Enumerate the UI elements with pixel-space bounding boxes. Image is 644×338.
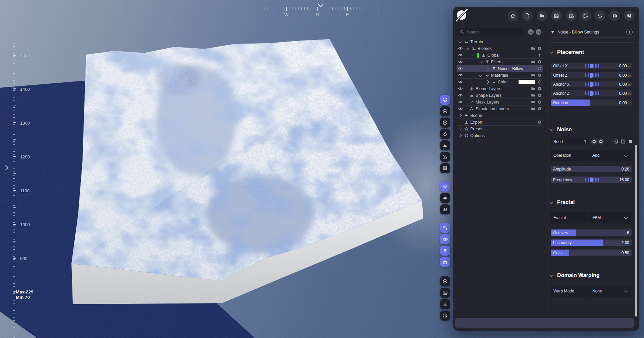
grid-toggle-button[interactable] [440, 163, 450, 173]
tree-row-options[interactable]: Options [457, 132, 543, 139]
layers-button[interactable] [440, 257, 450, 267]
octaves-slider[interactable]: Octaves 6 [551, 229, 632, 236]
section-noise[interactable]: Noise [550, 127, 572, 133]
tree-row-scene[interactable]: Scene [457, 112, 543, 119]
search-prev-button[interactable] [528, 29, 534, 35]
eye-icon[interactable] [458, 100, 463, 104]
plus-icon[interactable] [537, 46, 542, 51]
section-placement[interactable]: Placement [550, 49, 584, 55]
operation-dropdown[interactable]: Add [589, 150, 631, 161]
open-project-button[interactable] [537, 10, 547, 21]
offset-z-slider[interactable]: Offset Z 0.00 m [551, 72, 632, 78]
chevron-down-icon[interactable] [479, 59, 482, 63]
amplitude-slider[interactable]: Amplitude 0.20 [551, 166, 632, 172]
mountain-tool-button[interactable] [440, 140, 450, 150]
search-next-button[interactable] [536, 29, 541, 35]
eye-icon[interactable] [458, 107, 463, 111]
plus-icon[interactable] [537, 93, 542, 97]
snapshot-gallery-button[interactable] [440, 288, 450, 298]
settings-scrollbar[interactable] [635, 145, 637, 317]
search-input[interactable] [466, 29, 518, 35]
globe-view-button[interactable] [440, 106, 450, 116]
erosion-button[interactable] [440, 129, 450, 139]
tree-row-presets[interactable]: Presets [457, 126, 543, 132]
chevron-down-icon[interactable] [479, 73, 482, 76]
anchor-x-slider[interactable]: Anchor X 0.00 m [551, 81, 632, 87]
folder-icon[interactable] [531, 60, 535, 64]
folder-icon[interactable] [531, 100, 535, 104]
folder-icon[interactable] [531, 73, 535, 77]
filters-button[interactable] [440, 246, 450, 256]
chevron-right-icon[interactable] [458, 114, 462, 117]
tree-row-biome-layers[interactable]: Biome Layers [457, 85, 543, 92]
tree-row-shape-layers[interactable]: Shape Layers [457, 92, 543, 99]
eye-icon[interactable] [458, 93, 463, 97]
eye-icon[interactable] [458, 73, 463, 77]
compass-ruler[interactable]: W N E S [258, 2, 386, 17]
anchor-z-slider[interactable]: Anchor Z 0.00 m [551, 90, 632, 96]
folder-icon[interactable] [531, 86, 535, 91]
processing-button[interactable] [440, 223, 450, 233]
tree-row-simulation-layers[interactable]: Simulation Layers [457, 106, 543, 112]
plus-icon[interactable] [537, 73, 542, 77]
folder-icon[interactable] [531, 46, 535, 51]
visibility-button[interactable] [440, 234, 450, 244]
export-button[interactable] [440, 299, 450, 309]
record-button[interactable] [440, 276, 450, 286]
eye-icon[interactable] [458, 53, 463, 57]
eye-icon[interactable] [458, 80, 463, 84]
database-icon[interactable] [628, 139, 633, 144]
tree-row-filters[interactable]: Filters [457, 59, 543, 65]
layers-plus-icon[interactable] [537, 53, 542, 57]
chevron-down-icon[interactable] [465, 46, 469, 50]
eye-icon[interactable] [458, 87, 463, 90]
plus-icon[interactable] [537, 60, 542, 64]
eye-icon[interactable] [458, 47, 463, 50]
clouds-toggle-button[interactable] [440, 193, 450, 203]
section-domain-warping[interactable]: Domain Warping [550, 272, 600, 278]
terrain-view-button[interactable] [440, 95, 450, 105]
refresh-icon[interactable] [537, 80, 542, 84]
settings-toggle-button[interactable] [440, 182, 450, 192]
water-toggle-button[interactable] [440, 204, 450, 214]
dice-icon[interactable] [613, 139, 618, 144]
chevron-right-icon[interactable] [458, 127, 462, 131]
gain-slider[interactable]: Gain 0.50 [551, 250, 632, 256]
refresh-icon[interactable] [537, 66, 542, 71]
eye-icon[interactable] [458, 67, 463, 70]
new-file-button[interactable] [522, 10, 533, 21]
home-button[interactable] [507, 10, 518, 21]
seed-decrement-button[interactable] [591, 138, 597, 145]
seed-field[interactable]: Seed 1 [550, 138, 589, 145]
warp-mode-dropdown[interactable]: None [589, 285, 631, 297]
stats-button[interactable] [440, 311, 450, 321]
chevron-right-icon[interactable] [458, 134, 462, 137]
tree-row-terrain[interactable]: Terrain [457, 39, 543, 45]
plus-icon[interactable] [537, 120, 542, 124]
tree-row-noise-billow[interactable]: Noise - Billow [457, 65, 543, 72]
wireframe-view-button[interactable] [440, 118, 450, 128]
tree-row-color[interactable]: Color [457, 79, 543, 85]
eye-icon[interactable] [458, 60, 463, 64]
panel-resize-handle[interactable] [453, 303, 454, 310]
color-swatch[interactable] [519, 80, 535, 84]
chevron-right-icon[interactable] [485, 67, 489, 70]
rotation-slider[interactable]: Rotation 0.00 ° [551, 99, 632, 106]
tree-row-materials[interactable]: Materials [457, 72, 543, 79]
plus-icon[interactable] [537, 100, 542, 104]
app-logo[interactable] [457, 10, 466, 20]
section-fractal[interactable]: Fractal [550, 199, 575, 205]
chevron-down-icon[interactable] [458, 39, 462, 43]
seed-increment-button[interactable] [598, 138, 604, 145]
folder-icon[interactable] [531, 107, 535, 111]
chevron-down-icon[interactable] [472, 53, 476, 56]
tree-row-biomes[interactable]: Biomes [457, 45, 543, 52]
fractal-dropdown[interactable]: FBM [589, 212, 631, 223]
lacunarity-slider[interactable]: Lacunarity 2.00 [551, 240, 632, 246]
frequency-slider[interactable]: Frequency 15.00 [551, 177, 632, 183]
save-icon[interactable] [621, 139, 626, 144]
plus-icon[interactable] [537, 107, 542, 111]
folder-icon[interactable] [531, 93, 535, 97]
search-box[interactable] [457, 28, 523, 36]
biome-tool-button[interactable] [440, 152, 450, 162]
